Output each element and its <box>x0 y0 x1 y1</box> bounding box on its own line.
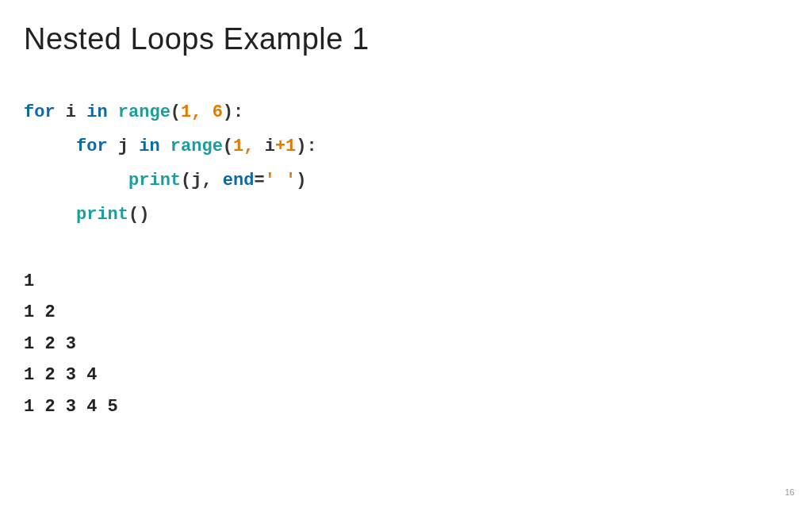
num-1: 1 <box>233 137 243 156</box>
colon: : <box>233 102 243 122</box>
lparen: ( <box>170 102 181 122</box>
num-1: 1 <box>181 102 191 122</box>
page-number: 16 <box>785 487 795 497</box>
keyword-for: for <box>76 137 108 156</box>
var-j: j <box>118 137 128 156</box>
comma: , <box>243 137 264 156</box>
lparen: ( <box>128 205 139 225</box>
equals: = <box>254 171 264 190</box>
keyword-in: in <box>86 102 107 122</box>
var-i: i <box>265 137 275 156</box>
output-block: 1 1 2 1 2 3 1 2 3 4 1 2 3 4 5 <box>24 266 788 423</box>
lparen: ( <box>223 137 233 156</box>
comma: , <box>191 102 212 122</box>
keyword-in: in <box>139 137 159 156</box>
lparen: ( <box>181 171 191 190</box>
func-print: print <box>128 171 181 190</box>
colon: : <box>306 137 316 156</box>
func-range: range <box>170 137 223 156</box>
func-range: range <box>118 102 170 122</box>
num-6: 6 <box>213 102 223 122</box>
comma: , <box>201 171 222 190</box>
rparen: ) <box>223 102 233 122</box>
num-1: 1 <box>285 137 296 156</box>
func-print: print <box>76 205 128 225</box>
var-j: j <box>191 171 201 190</box>
slide-title: Nested Loops Example 1 <box>24 22 788 56</box>
kwarg-end: end <box>223 171 255 190</box>
keyword-for: for <box>24 102 56 122</box>
rparen: ) <box>296 171 306 190</box>
var-i: i <box>66 102 76 122</box>
rparen: ) <box>139 205 149 225</box>
rparen: ) <box>296 137 306 156</box>
plus: + <box>275 137 285 156</box>
code-block: for i in range(1, 6): for j in range(1, … <box>24 96 788 233</box>
string-space: ' ' <box>265 171 297 190</box>
